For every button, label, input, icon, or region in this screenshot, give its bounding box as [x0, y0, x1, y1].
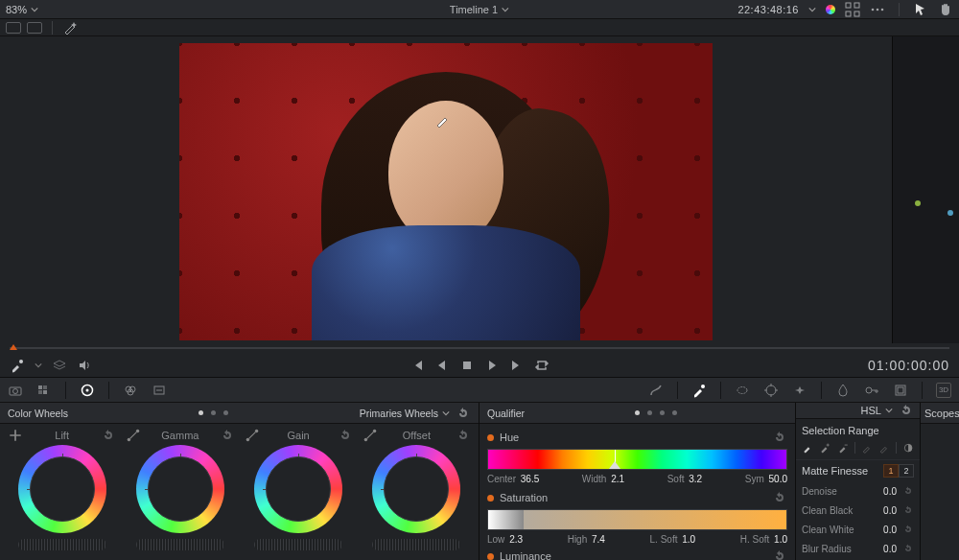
curves-icon[interactable]: [648, 383, 664, 398]
hue-center-value[interactable]: 36.5: [521, 474, 539, 484]
master-jog[interactable]: [372, 539, 460, 550]
wheel-mode-icon[interactable]: [8, 428, 23, 443]
step-back-icon[interactable]: [434, 358, 450, 373]
highlight-wand-icon[interactable]: [62, 20, 78, 35]
invert-icon[interactable]: [902, 440, 914, 455]
page-dot-icon[interactable]: [660, 410, 665, 415]
timecode-dropdown-icon[interactable]: [808, 6, 816, 13]
picker-icon[interactable]: [802, 440, 813, 455]
reset-icon[interactable]: [456, 428, 471, 443]
sat-enable-icon[interactable]: [487, 495, 494, 502]
more-icon[interactable]: [870, 2, 885, 17]
color-wheel[interactable]: [136, 445, 224, 533]
reset-icon[interactable]: [101, 428, 116, 443]
hue-soft-value[interactable]: 3.2: [689, 474, 702, 484]
matte-param-value[interactable]: 0.0: [874, 505, 897, 516]
play-icon[interactable]: [484, 358, 500, 373]
timeline-scrubber[interactable]: [0, 343, 959, 353]
zoom-dropdown[interactable]: 83%: [6, 4, 38, 15]
picker-add-icon[interactable]: [819, 440, 830, 455]
rgb-mixer-icon[interactable]: [123, 383, 138, 398]
node-graph-panel[interactable]: [892, 36, 959, 343]
viewer[interactable]: [0, 36, 892, 343]
loop-icon[interactable]: [534, 358, 550, 373]
view-single-icon[interactable]: [6, 22, 21, 34]
sat-high-value[interactable]: 7.4: [592, 534, 605, 545]
reset-icon[interactable]: [902, 483, 914, 499]
reset-icon[interactable]: [772, 548, 787, 560]
color-wheel[interactable]: [254, 445, 342, 533]
tracker-icon[interactable]: [763, 383, 779, 398]
saturation-range[interactable]: [487, 509, 787, 530]
color-match-icon[interactable]: [36, 383, 52, 398]
page-dot-icon[interactable]: [635, 410, 640, 415]
color-wheel[interactable]: [372, 445, 460, 533]
next-clip-icon[interactable]: [509, 358, 525, 373]
feather-add-icon[interactable]: [861, 440, 873, 455]
hue-enable-icon[interactable]: [487, 434, 494, 441]
color-wheels-icon[interactable]: [80, 383, 95, 398]
page-dot-icon[interactable]: [211, 410, 216, 415]
wheel-mode-icon[interactable]: [126, 428, 141, 443]
reset-icon[interactable]: [338, 428, 353, 443]
hue-width-value[interactable]: 2.1: [611, 474, 624, 484]
node-connector-icon[interactable]: [945, 207, 956, 219]
reset-icon[interactable]: [902, 502, 914, 518]
stop-icon[interactable]: [459, 358, 475, 373]
master-jog[interactable]: [18, 539, 106, 550]
stereo-3d-icon[interactable]: 3D: [936, 383, 951, 398]
chevron-down-icon[interactable]: [35, 362, 42, 369]
node-connector-icon[interactable]: [912, 198, 924, 209]
wheel-mode-icon[interactable]: [363, 428, 378, 443]
reset-icon[interactable]: [456, 406, 471, 421]
sizing-icon[interactable]: [893, 383, 908, 398]
audio-icon[interactable]: [77, 358, 92, 373]
wheel-mode-icon[interactable]: [245, 428, 260, 443]
qualifier-picker-icon[interactable]: [691, 383, 707, 398]
display-color-icon[interactable]: [826, 5, 835, 14]
reset-icon[interactable]: [772, 430, 787, 445]
feather-sub-icon[interactable]: [878, 440, 890, 455]
reset-icon[interactable]: [902, 522, 914, 537]
sat-lsoft-value[interactable]: 1.0: [682, 534, 695, 545]
magic-mask-icon[interactable]: [792, 383, 807, 398]
picker-sub-icon[interactable]: [837, 440, 849, 455]
page-dot-icon[interactable]: [647, 410, 652, 415]
playhead-icon[interactable]: [10, 344, 17, 350]
master-jog[interactable]: [136, 539, 224, 550]
master-jog[interactable]: [254, 539, 342, 550]
hue-sym-value[interactable]: 50.0: [769, 474, 787, 484]
window-icon[interactable]: [735, 383, 750, 398]
view-dual-icon[interactable]: [27, 22, 42, 34]
hue-marker-icon[interactable]: [607, 450, 622, 469]
sat-low-value[interactable]: 2.3: [509, 534, 523, 545]
wheels-mode-dropdown[interactable]: Primaries Wheels: [360, 408, 450, 419]
layers-icon[interactable]: [52, 358, 67, 373]
page-dot-icon[interactable]: [672, 410, 677, 415]
matte-param-value[interactable]: 0.0: [874, 486, 897, 497]
reset-icon[interactable]: [899, 403, 914, 418]
expand-icon[interactable]: [845, 2, 860, 17]
matte-tab-2[interactable]: 2: [899, 464, 914, 478]
key-icon[interactable]: [864, 383, 879, 398]
qualifier-mode-dropdown[interactable]: HSL: [861, 405, 893, 416]
matte-tab-1[interactable]: 1: [883, 464, 899, 478]
hue-spectrum[interactable]: [487, 449, 787, 470]
color-wheel[interactable]: [18, 445, 106, 533]
reset-icon[interactable]: [902, 541, 914, 556]
camera-raw-icon[interactable]: [8, 383, 23, 398]
timeline-dropdown[interactable]: Timeline 1: [450, 4, 509, 15]
matte-param-value[interactable]: 0.0: [874, 525, 897, 535]
page-dot-icon[interactable]: [199, 410, 203, 415]
sat-hsoft-value[interactable]: 1.0: [774, 534, 787, 545]
prev-clip-icon[interactable]: [409, 358, 425, 373]
motion-effects-icon[interactable]: [152, 383, 167, 398]
blur-icon[interactable]: [835, 383, 851, 398]
lum-enable-icon[interactable]: [487, 553, 494, 560]
reset-icon[interactable]: [772, 490, 787, 505]
page-dot-icon[interactable]: [223, 410, 228, 415]
hand-tool-icon[interactable]: [938, 2, 953, 17]
pointer-tool-icon[interactable]: [913, 2, 928, 17]
matte-param-value[interactable]: 0.0: [874, 544, 897, 554]
reset-icon[interactable]: [220, 428, 235, 443]
